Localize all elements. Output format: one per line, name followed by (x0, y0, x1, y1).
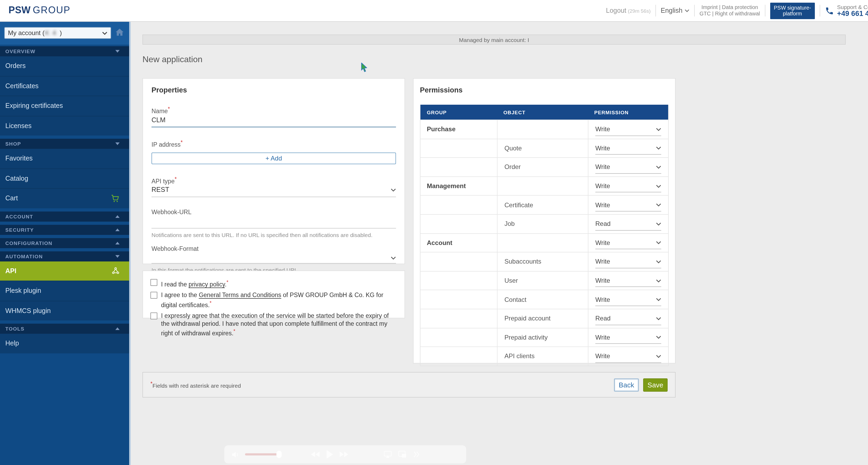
permission-cell: Write (588, 252, 670, 271)
permission-cell: Write (588, 139, 670, 157)
logo-regular-text: GROUP (33, 5, 70, 16)
column-header-object: OBJECT (497, 105, 588, 120)
agreement-checkbox[interactable] (150, 312, 157, 319)
sidebar-item-cart[interactable]: Cart (0, 188, 129, 208)
chevron-down-icon (115, 255, 120, 257)
sidebar-item-whmcs-plugin[interactable]: WHMCS plugin (0, 301, 129, 320)
chevron-down-icon (115, 143, 120, 145)
permission-select[interactable]: Write (595, 347, 661, 365)
sidebar-item-label: Licenses (5, 122, 32, 130)
psw-group-logo[interactable]: PSWGROUP (8, 5, 70, 16)
webhook-url-input[interactable] (152, 216, 396, 229)
sidebar-section-automation[interactable]: AUTOMATION (0, 251, 129, 261)
sidebar-item-favorites[interactable]: Favorites (0, 149, 129, 168)
save-button[interactable]: Save (643, 378, 668, 392)
agreement-checkbox[interactable] (150, 279, 157, 286)
chevron-up-icon (115, 215, 120, 218)
object-cell: Subaccounts (497, 252, 588, 271)
legal-links-bottom[interactable]: GTC | Right of withdrawal (700, 11, 760, 17)
group-cell (421, 139, 497, 157)
permission-select[interactable]: Write (595, 158, 661, 176)
name-input[interactable]: CLM (152, 116, 396, 128)
permission-cell: Write (588, 177, 670, 195)
webhook-url-label: Webhook-URL (152, 209, 396, 216)
agreement-link[interactable]: General Terms and Conditions (199, 292, 281, 299)
permission-select[interactable]: Write (595, 290, 661, 309)
agreement-link[interactable]: privacy policy (189, 281, 225, 287)
permission-cell: Write (588, 272, 670, 290)
permission-row: PurchaseWrite (421, 120, 668, 138)
sidebar-section-account[interactable]: ACCOUNT (0, 211, 129, 221)
sidebar-section-security[interactable]: SECURITY (0, 224, 129, 235)
permission-select[interactable]: Write (595, 139, 661, 157)
group-cell (421, 158, 497, 176)
chevron-right-double-icon (413, 451, 420, 458)
section-label: AUTOMATION (5, 253, 43, 259)
psw-signature-platform-button[interactable]: PSW signature- platform (770, 2, 815, 19)
group-cell (421, 196, 497, 214)
sidebar-item-expiring-certificates[interactable]: Expiring certificates (0, 96, 129, 116)
group-cell: Management (421, 177, 497, 195)
agreement-checkbox[interactable] (150, 292, 157, 299)
permission-row: JobRead (421, 214, 668, 233)
back-button[interactable]: Back (614, 378, 639, 392)
home-icon[interactable] (115, 28, 124, 38)
object-cell: Prepaid activity (497, 328, 588, 346)
permission-select[interactable]: Write (595, 234, 661, 252)
permission-value: Read (595, 315, 611, 322)
permission-cell: Write (588, 120, 670, 138)
sidebar-section-configuration[interactable]: CONFIGURATION (0, 238, 129, 248)
main-content: Managed by main account: I New applicati… (131, 21, 868, 465)
sidebar-section-shop[interactable]: SHOP (0, 139, 129, 149)
header-right-cluster: Logout(29m 56s) English Imprint | Data p… (606, 0, 868, 21)
required-asterisk: * (234, 329, 235, 334)
chevron-down-icon (391, 256, 396, 260)
permission-select[interactable]: Read (595, 309, 661, 328)
sidebar-section-tools[interactable]: TOOLS (0, 323, 129, 334)
sidebar-item-label: Plesk plugin (5, 287, 41, 295)
support-label: Support & Consulting (837, 4, 868, 10)
sidebar-item-label: WHMCS plugin (5, 307, 51, 315)
sidebar-item-help[interactable]: Help (0, 334, 129, 353)
sidebar-item-licenses[interactable]: Licenses (0, 116, 129, 135)
api-type-label: API type* (152, 176, 396, 184)
permission-row: Prepaid activityWrite (421, 328, 668, 346)
permission-select[interactable]: Write (595, 328, 661, 346)
object-cell: User (497, 272, 588, 290)
permission-select[interactable]: Write (595, 272, 661, 290)
permission-select[interactable]: Read (595, 215, 661, 233)
legal-links-top[interactable]: Imprint | Data protection (700, 4, 760, 11)
account-select[interactable]: My account (K4) (4, 27, 111, 39)
permission-select[interactable]: Write (595, 252, 661, 271)
permission-row: ContactWrite (421, 290, 668, 309)
chevron-down-icon (656, 128, 661, 131)
webhook-icon (112, 267, 120, 275)
column-header-group: GROUP (421, 105, 497, 120)
object-cell: Certificate (497, 196, 588, 214)
rewind-icon (311, 451, 320, 458)
permission-select[interactable]: Write (595, 196, 661, 214)
sidebar-item-certificates[interactable]: Certificates (0, 76, 129, 96)
add-ip-button[interactable]: + Add (152, 152, 396, 164)
sidebar-item-orders[interactable]: Orders (0, 56, 129, 76)
legal-links[interactable]: Imprint | Data protection GTC | Right of… (700, 4, 760, 17)
object-cell: API clients (497, 347, 588, 365)
sidebar-item-label: Help (5, 340, 19, 347)
section-label: TOOLS (5, 326, 25, 332)
sidebar-section-overview[interactable]: OVERVIEW (0, 46, 129, 56)
permission-cell: Read (588, 215, 670, 233)
required-asterisk: * (168, 106, 170, 112)
permission-select[interactable]: Write (595, 177, 661, 195)
api-type-select[interactable]: REST (152, 186, 396, 197)
language-select[interactable]: English (661, 7, 689, 14)
sidebar-item-label: API (5, 267, 17, 275)
permission-select[interactable]: Write (595, 120, 661, 138)
permission-value: Write (595, 258, 610, 266)
webhook-format-select[interactable] (152, 252, 396, 264)
sidebar-item-plesk-plugin[interactable]: Plesk plugin (0, 281, 129, 301)
permission-value: Write (595, 182, 610, 190)
logout-link[interactable]: Logout(29m 56s) (606, 7, 651, 14)
sidebar-item-api[interactable]: API (0, 261, 129, 281)
sidebar-item-catalog[interactable]: Catalog (0, 168, 129, 188)
sidebar-item-label: Certificates (5, 82, 38, 90)
